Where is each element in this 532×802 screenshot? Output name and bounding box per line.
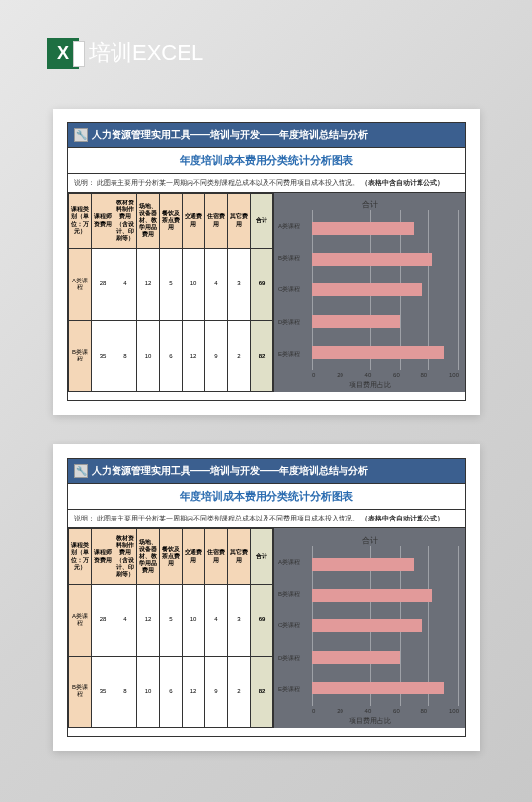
wrench-icon: 🔧 bbox=[74, 128, 88, 142]
x-tick: 60 bbox=[393, 708, 400, 714]
chart-xlabel: 项目费用占比 bbox=[274, 380, 465, 390]
y-label: C类课程 bbox=[278, 621, 310, 630]
cost-table: 课程类别（单位：万元） 课程师资费用 教材资料制作费用（含设计、印刷等） 场地、… bbox=[68, 528, 273, 728]
cell: 35 bbox=[92, 320, 114, 392]
th-1: 课程师资费用 bbox=[92, 529, 114, 585]
chart-area: 合计 A类课程 B类课程 C类课程 D类课程 E类课程 bbox=[274, 528, 465, 728]
x-tick: 20 bbox=[337, 372, 343, 378]
cell: 10 bbox=[137, 320, 160, 392]
row-total: 82 bbox=[251, 320, 273, 392]
th-6: 住宿费用 bbox=[205, 529, 228, 585]
cell: 2 bbox=[228, 320, 251, 392]
row-total: 69 bbox=[251, 249, 273, 321]
cell: 4 bbox=[205, 249, 228, 321]
formula-note: （表格中含自动计算公式） bbox=[361, 179, 444, 186]
th-3: 场地、设备器材、教学用品费用 bbox=[137, 529, 160, 585]
sheet-title-bar: 🔧 人力资源管理实用工具——培训与开发——年度培训总结与分析 bbox=[68, 123, 465, 148]
y-label: D类课程 bbox=[278, 318, 310, 327]
bar-d bbox=[312, 651, 400, 664]
bar-e bbox=[312, 346, 444, 359]
chart-body bbox=[312, 210, 459, 370]
bar-c bbox=[312, 283, 422, 296]
chart-xlabel: 项目费用占比 bbox=[274, 716, 465, 726]
table-area: 课程类别（单位：万元） 课程师资费用 教材资料制作费用（含设计、印刷等） 场地、… bbox=[68, 193, 274, 392]
cell: 8 bbox=[114, 656, 137, 728]
wrench-icon: 🔧 bbox=[74, 464, 88, 478]
chart-bars bbox=[312, 546, 459, 706]
th-0: 课程类别（单位：万元） bbox=[69, 194, 92, 249]
chart-body bbox=[312, 546, 459, 706]
cell: 28 bbox=[92, 249, 114, 321]
x-tick: 40 bbox=[365, 372, 372, 378]
table-row: B类课程 35 8 10 6 12 9 2 82 bbox=[69, 656, 273, 728]
th-2: 教材资料制作费用（含设计、印刷等） bbox=[114, 529, 137, 585]
row-label: B类课程 bbox=[69, 320, 92, 392]
cell: 12 bbox=[137, 585, 160, 657]
cell: 5 bbox=[160, 249, 183, 321]
cell: 10 bbox=[183, 585, 205, 657]
cell: 8 bbox=[114, 320, 137, 392]
preview-card-2: 🔧 人力资源管理实用工具——培训与开发——年度培训总结与分析 年度培训成本费用分… bbox=[53, 444, 480, 751]
th-3: 场地、设备器材、教学用品费用 bbox=[137, 194, 160, 249]
chart-x-labels: 0 20 40 60 80 100 bbox=[312, 708, 459, 714]
content-row: 课程类别（单位：万元） 课程师资费用 教材资料制作费用（含设计、印刷等） 场地、… bbox=[68, 193, 465, 392]
x-tick: 100 bbox=[449, 708, 459, 714]
th-7: 其它费用 bbox=[228, 194, 251, 249]
cell: 12 bbox=[137, 249, 160, 321]
th-8: 合计 bbox=[251, 529, 273, 585]
cell: 5 bbox=[160, 585, 183, 657]
th-4: 餐饮及茶点费用 bbox=[160, 194, 183, 249]
sheet-title-bar: 🔧 人力资源管理实用工具——培训与开发——年度培训总结与分析 bbox=[68, 459, 465, 484]
y-label: E类课程 bbox=[278, 685, 310, 694]
x-tick: 80 bbox=[421, 372, 428, 378]
chart-area: 合计 A类课程 B类课程 C类课程 D类课程 E类课程 bbox=[274, 193, 465, 392]
cell: 12 bbox=[183, 320, 205, 392]
sheet-main-title: 人力资源管理实用工具——培训与开发——年度培训总结与分析 bbox=[92, 464, 368, 478]
th-6: 住宿费用 bbox=[205, 194, 228, 249]
bar-d bbox=[312, 315, 400, 328]
y-label: E类课程 bbox=[278, 350, 310, 359]
cell: 4 bbox=[114, 585, 137, 657]
desc-label: 说明： bbox=[74, 179, 95, 186]
x-tick: 80 bbox=[421, 708, 428, 714]
excel-icon bbox=[47, 38, 79, 69]
th-8: 合计 bbox=[251, 194, 273, 249]
th-1: 课程师资费用 bbox=[92, 194, 114, 249]
sheet-subtitle: 年度培训成本费用分类统计分析图表 bbox=[68, 484, 465, 510]
cell: 28 bbox=[92, 585, 114, 657]
bar-b bbox=[312, 589, 432, 602]
cell: 6 bbox=[160, 656, 183, 728]
page-title-text: 培训EXCEL bbox=[89, 39, 203, 68]
cell: 3 bbox=[228, 249, 251, 321]
table-row: A类课程 28 4 12 5 10 4 3 69 bbox=[69, 585, 273, 657]
y-label: A类课程 bbox=[278, 558, 310, 567]
bar-e bbox=[312, 682, 444, 694]
cell: 10 bbox=[137, 656, 160, 728]
content-row: 课程类别（单位：万元） 课程师资费用 教材资料制作费用（含设计、印刷等） 场地、… bbox=[68, 528, 465, 728]
cell: 6 bbox=[160, 320, 183, 392]
th-2: 教材资料制作费用（含设计、印刷等） bbox=[114, 194, 137, 249]
row-total: 82 bbox=[251, 656, 273, 728]
page-title-bar: 培训EXCEL bbox=[47, 38, 203, 69]
cell: 9 bbox=[205, 656, 228, 728]
sheet-main-title: 人力资源管理实用工具——培训与开发——年度培训总结与分析 bbox=[92, 128, 368, 142]
table-row: B类课程 35 8 10 6 12 9 2 82 bbox=[69, 320, 273, 392]
x-tick: 60 bbox=[393, 372, 400, 378]
x-tick: 100 bbox=[449, 372, 459, 378]
y-label: B类课程 bbox=[278, 590, 310, 599]
th-7: 其它费用 bbox=[228, 529, 251, 585]
bar-a bbox=[312, 222, 414, 235]
cell: 4 bbox=[205, 585, 228, 657]
x-tick: 0 bbox=[312, 708, 315, 714]
th-0: 课程类别（单位：万元） bbox=[69, 529, 92, 585]
cell: 35 bbox=[92, 656, 114, 728]
sheet-description: 说明： 此图表主要用于分析某一周期内不同类别课程总成本以及不同费用项目成本投入情… bbox=[68, 510, 465, 528]
y-label: D类课程 bbox=[278, 654, 310, 663]
chart-bars bbox=[312, 210, 459, 370]
cell: 9 bbox=[205, 320, 228, 392]
x-tick: 40 bbox=[365, 708, 372, 714]
sheet-subtitle: 年度培训成本费用分类统计分析图表 bbox=[68, 148, 465, 174]
chart-y-labels: A类课程 B类课程 C类课程 D类课程 E类课程 bbox=[278, 210, 310, 370]
preview-card-1: 🔧 人力资源管理实用工具——培训与开发——年度培训总结与分析 年度培训成本费用分… bbox=[53, 109, 480, 415]
row-label: A类课程 bbox=[69, 249, 92, 321]
